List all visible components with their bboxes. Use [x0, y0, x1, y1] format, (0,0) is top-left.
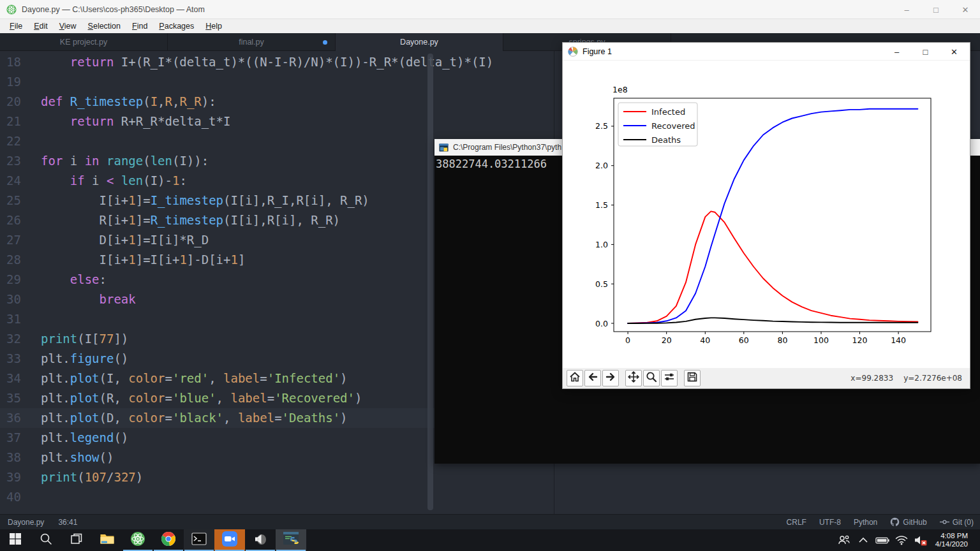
code-text: return R+R_R*delta_t*I — [41, 112, 230, 131]
taskbar-command-prompt-app[interactable] — [184, 529, 214, 551]
svg-text:60: 60 — [739, 335, 749, 345]
clock-date: 4/14/2020 — [935, 540, 968, 548]
tray-people-icon[interactable] — [837, 533, 851, 547]
svg-text:140: 140 — [891, 335, 906, 345]
tray-battery-icon[interactable] — [875, 533, 889, 547]
line-number: 38 — [0, 448, 29, 467]
tab-label: KE project.py — [60, 38, 107, 47]
line-number: 33 — [0, 349, 29, 369]
taskbar-audio-app-app[interactable] — [245, 529, 276, 551]
taskbar-task-view-button[interactable] — [61, 529, 92, 551]
plot-canvas[interactable]: 0204060801001201400.00.51.01.52.02.51e8I… — [563, 61, 970, 369]
menu-item-edit[interactable]: Edit — [28, 22, 54, 31]
code-text: def R_timestep(I,R,R_R): — [41, 92, 216, 112]
line-number: 35 — [0, 388, 29, 408]
tab-dayone-py[interactable]: Dayone.py — [336, 33, 503, 51]
code-text: break — [41, 290, 136, 309]
taskbar-chrome-app[interactable] — [153, 529, 184, 551]
code-text: else: — [41, 270, 107, 290]
pan-tool-button[interactable] — [625, 370, 642, 386]
svg-text:100: 100 — [813, 335, 829, 345]
svg-text:20: 20 — [662, 335, 672, 345]
code-text: return I+(R_I*(delta_t)*((N-I-R)/N)*(I))… — [41, 52, 493, 72]
tray-wifi-icon[interactable] — [895, 533, 909, 547]
svg-text:80: 80 — [777, 335, 787, 345]
taskbar-atom-app[interactable] — [122, 529, 153, 551]
svg-text:Deaths: Deaths — [651, 135, 681, 145]
line-number: 31 — [0, 309, 29, 329]
code-line-40[interactable]: 40 — [0, 487, 980, 507]
figure-minimize-button[interactable]: – — [882, 43, 911, 61]
svg-text:1.5: 1.5 — [595, 200, 608, 210]
tray-chevron-up-icon[interactable] — [856, 533, 870, 547]
line-number: 24 — [0, 171, 29, 191]
figure-toolbar: x=99.2833y=2.7276e+08 — [563, 368, 970, 388]
menu-item-help[interactable]: Help — [200, 22, 228, 31]
tab-final-py[interactable]: final.py — [168, 33, 336, 51]
home-tool-button[interactable] — [567, 370, 583, 386]
editor-scrollbar[interactable] — [427, 54, 433, 510]
clock-time: 4:08 PM — [935, 532, 968, 540]
taskbar-file-explorer-app[interactable] — [92, 529, 122, 551]
back-tool-button[interactable] — [584, 370, 601, 386]
figure-titlebar[interactable]: Figure 1 – □ ✕ — [563, 43, 970, 61]
subplots-tool-button[interactable] — [661, 370, 678, 386]
figure-close-button[interactable]: ✕ — [940, 43, 969, 61]
code-text: if i < len(I)-1: — [41, 171, 187, 191]
taskbar-start-button[interactable] — [0, 529, 31, 551]
atom-titlebar: Dayone.py — C:\Users\cos-ph365\Desktop —… — [0, 0, 980, 19]
figure-maximize-button[interactable]: □ — [911, 43, 940, 61]
menu-item-selection[interactable]: Selection — [82, 22, 126, 31]
status-line-ending[interactable]: CRLF — [787, 518, 806, 527]
line-number: 39 — [0, 467, 29, 487]
window-title: Dayone.py — C:\Users\cos-ph365\Desktop —… — [22, 5, 205, 14]
chrome-icon — [161, 531, 176, 549]
forward-icon — [605, 371, 616, 385]
menu-item-find[interactable]: Find — [126, 22, 153, 31]
figure-window[interactable]: Figure 1 – □ ✕ 0204060801001201400.00.51… — [562, 42, 970, 389]
zoom-rect-tool-button[interactable] — [643, 370, 660, 386]
tray-volume-muted-icon[interactable] — [914, 533, 928, 547]
taskbar-zoom-app[interactable] — [214, 529, 245, 551]
svg-text:Recovered: Recovered — [651, 121, 695, 131]
svg-text:0: 0 — [625, 335, 630, 345]
status-encoding[interactable]: UTF-8 — [819, 518, 841, 527]
back-icon — [587, 371, 598, 385]
save-tool-button[interactable] — [684, 370, 701, 386]
desktop: Dayone.py — C:\Users\cos-ph365\Desktop —… — [0, 0, 980, 551]
status-filename[interactable]: Dayone.py — [8, 518, 44, 527]
code-text: print(I[77]) — [41, 329, 128, 349]
svg-text:2.5: 2.5 — [595, 121, 608, 131]
taskbar-search-button[interactable] — [31, 529, 61, 551]
command-prompt-icon — [191, 532, 207, 548]
status-github[interactable]: GitHub — [890, 517, 926, 527]
taskbar-clock[interactable]: 4:08 PM4/14/2020 — [933, 532, 968, 548]
code-line-39[interactable]: 39print(107/327) — [0, 467, 980, 487]
menu-item-view[interactable]: View — [54, 22, 82, 31]
forward-tool-button[interactable] — [602, 370, 619, 386]
status-cursor-position[interactable]: 36:41 — [58, 518, 77, 527]
minimize-button[interactable]: – — [892, 0, 921, 19]
svg-text:120: 120 — [852, 335, 868, 345]
code-text: plt.plot(D, color='black', label='Deaths… — [41, 408, 348, 428]
tab-label: final.py — [239, 38, 264, 47]
line-number: 22 — [0, 131, 29, 151]
zoom-rect-icon — [646, 371, 657, 385]
python-icon — [283, 531, 299, 549]
modified-indicator-dot — [323, 40, 327, 45]
line-number: 27 — [0, 230, 29, 250]
status-git[interactable]: Git (0) — [940, 518, 974, 527]
maximize-button[interactable]: □ — [921, 0, 951, 19]
menu-item-packages[interactable]: Packages — [153, 22, 200, 31]
svg-text:40: 40 — [700, 335, 710, 345]
code-text: plt.figure() — [41, 349, 128, 369]
sir-model-chart: 0204060801001201400.00.51.01.52.02.51e8I… — [563, 61, 970, 369]
close-button[interactable]: ✕ — [951, 0, 980, 19]
taskbar-python-app[interactable] — [276, 529, 306, 551]
home-icon — [569, 371, 581, 385]
menu-item-file[interactable]: File — [4, 22, 28, 31]
subplots-icon — [664, 371, 675, 385]
code-text: for i in range(len(I)): — [41, 151, 209, 171]
status-language[interactable]: Python — [854, 518, 877, 527]
tab-ke-project-py[interactable]: KE project.py — [0, 33, 168, 51]
